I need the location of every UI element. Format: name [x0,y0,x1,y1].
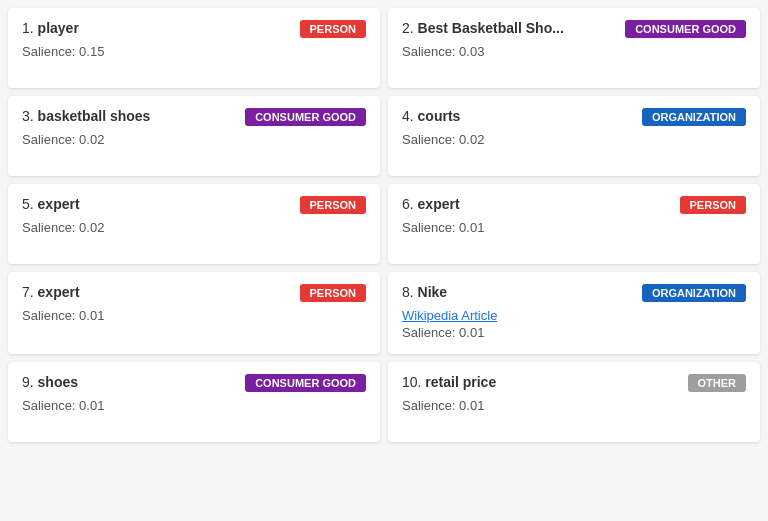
card-item-2: 2. Best Basketball Sho...CONSUMER GOODSa… [388,8,760,88]
card-item-7: 7. expertPERSONSalience: 0.01 [8,272,380,354]
item-number: 6. [402,196,418,212]
salience-value: Salience: 0.01 [22,308,366,323]
card-header: 4. courtsORGANIZATION [402,108,746,126]
item-name: retail price [425,374,496,390]
item-number: 10. [402,374,425,390]
item-name: basketball shoes [38,108,151,124]
card-item-8: 8. NikeORGANIZATIONWikipedia ArticleSali… [388,272,760,354]
card-header: 7. expertPERSON [22,284,366,302]
entity-badge: PERSON [300,284,366,302]
cards-grid: 1. playerPERSONSalience: 0.152. Best Bas… [8,8,760,442]
entity-badge: CONSUMER GOOD [245,374,366,392]
item-name: expert [38,284,80,300]
salience-value: Salience: 0.01 [402,325,746,340]
salience-value: Salience: 0.02 [22,220,366,235]
salience-value: Salience: 0.01 [22,398,366,413]
entity-badge: ORGANIZATION [642,108,746,126]
entity-badge: PERSON [300,20,366,38]
item-number: 3. [22,108,38,124]
card-header: 3. basketball shoesCONSUMER GOOD [22,108,366,126]
card-title: 5. expert [22,196,80,212]
item-name: expert [38,196,80,212]
card-header: 1. playerPERSON [22,20,366,38]
entity-badge: PERSON [300,196,366,214]
entity-badge: CONSUMER GOOD [625,20,746,38]
item-name: Nike [418,284,448,300]
card-item-3: 3. basketball shoesCONSUMER GOODSalience… [8,96,380,176]
item-number: 5. [22,196,38,212]
salience-value: Salience: 0.01 [402,220,746,235]
entity-badge: OTHER [688,374,747,392]
entity-badge: CONSUMER GOOD [245,108,366,126]
card-item-1: 1. playerPERSONSalience: 0.15 [8,8,380,88]
card-title: 7. expert [22,284,80,300]
card-header: 6. expertPERSON [402,196,746,214]
item-number: 1. [22,20,38,36]
card-title: 4. courts [402,108,460,124]
salience-value: Salience: 0.02 [402,132,746,147]
item-number: 8. [402,284,418,300]
item-number: 9. [22,374,38,390]
wikipedia-link[interactable]: Wikipedia Article [402,308,746,323]
card-header: 10. retail priceOTHER [402,374,746,392]
salience-value: Salience: 0.03 [402,44,746,59]
card-header: 2. Best Basketball Sho...CONSUMER GOOD [402,20,746,38]
item-name: player [38,20,79,36]
card-item-5: 5. expertPERSONSalience: 0.02 [8,184,380,264]
salience-value: Salience: 0.01 [402,398,746,413]
card-item-4: 4. courtsORGANIZATIONSalience: 0.02 [388,96,760,176]
card-title: 8. Nike [402,284,447,300]
item-name: shoes [38,374,78,390]
card-header: 5. expertPERSON [22,196,366,214]
salience-value: Salience: 0.02 [22,132,366,147]
entity-badge: ORGANIZATION [642,284,746,302]
item-name: expert [418,196,460,212]
entity-badge: PERSON [680,196,746,214]
card-item-6: 6. expertPERSONSalience: 0.01 [388,184,760,264]
item-name: courts [418,108,461,124]
card-item-10: 10. retail priceOTHERSalience: 0.01 [388,362,760,442]
item-number: 4. [402,108,418,124]
item-name: Best Basketball Sho... [418,20,564,36]
card-title: 2. Best Basketball Sho... [402,20,564,36]
item-number: 2. [402,20,418,36]
salience-value: Salience: 0.15 [22,44,366,59]
card-item-9: 9. shoesCONSUMER GOODSalience: 0.01 [8,362,380,442]
item-number: 7. [22,284,38,300]
card-title: 1. player [22,20,79,36]
card-title: 9. shoes [22,374,78,390]
card-title: 10. retail price [402,374,496,390]
card-header: 9. shoesCONSUMER GOOD [22,374,366,392]
card-title: 6. expert [402,196,460,212]
card-header: 8. NikeORGANIZATION [402,284,746,302]
card-title: 3. basketball shoes [22,108,150,124]
